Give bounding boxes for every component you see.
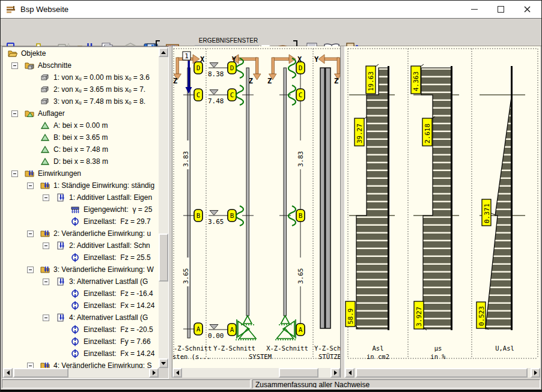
pane-splitter[interactable] — [340, 46, 345, 378]
point-load-icon — [70, 253, 80, 262]
collapse-toggle[interactable] — [11, 62, 18, 69]
tree-item-label: Einwirkungen — [38, 169, 81, 178]
tree-item[interactable]: Einzellast: Fz = -20.5 — [3, 324, 159, 336]
tree-item[interactable]: 3: Alternativer Lastfall (G — [3, 276, 159, 288]
tree-item[interactable]: 1: Ständige Einwirkung: ständig — [3, 179, 159, 191]
tree-scroll-left-button[interactable] — [3, 368, 13, 378]
results-pane[interactable]: 19.63 39.27 58.9 Asl in cm2 — [345, 46, 540, 378]
tree-item-label: Einzellast: Fz = -20.5 — [84, 325, 153, 334]
tree-item[interactable]: Einzellast: Fx = 14.24 — [3, 348, 159, 360]
section-icon — [40, 85, 50, 94]
dim-label: 3.65 — [297, 268, 305, 285]
system-diagram-canvas: X Z 1 D C — [172, 46, 341, 368]
tree-item[interactable]: 2: von xᵤ = 3.65 m bis xₒ = 7. — [3, 83, 159, 95]
results-pane-hscrollbar[interactable] — [345, 368, 540, 378]
chart-uasl: 0.371 0.523 U,Asl — [477, 66, 525, 352]
tree-item[interactable]: Einzellast: Fz = 25.5 — [3, 252, 159, 264]
scroll-right-button[interactable] — [531, 368, 540, 378]
hscroll-thumb[interactable] — [279, 368, 318, 378]
value-label: 39.27 — [356, 124, 364, 143]
tree-item[interactable]: D: bei x = 8.38 m — [3, 155, 159, 167]
tree-item[interactable]: 4: Veränderliche Einwirkung: S — [3, 360, 159, 368]
folder-support-icon — [25, 109, 34, 118]
close-button[interactable] — [514, 1, 540, 18]
support-coord: 8.38 — [208, 70, 224, 78]
scroll-left-button[interactable] — [345, 368, 355, 378]
chart-mus: 4.363 2.618 3.927 μs in % — [411, 64, 459, 360]
tree-item[interactable]: A: bei x = 0.00 m — [3, 119, 159, 131]
window-frame-bottom — [1, 390, 542, 392]
panel-lasten: X Z 1 D C — [172, 52, 212, 360]
scroll-right-icon — [534, 370, 537, 375]
tree-item[interactable]: 1: von xᵤ = 0.00 m bis xₒ = 3.6 — [3, 71, 159, 83]
system-diagram-pane[interactable]: X Z 1 D C — [172, 46, 340, 378]
tree-item-label: Einzellast: Fx = 14.24 — [84, 349, 154, 358]
collapse-toggle[interactable] — [27, 231, 34, 237]
collapse-toggle[interactable] — [11, 170, 18, 177]
system-pane-hscrollbar[interactable] — [172, 368, 340, 378]
base-support-xz — [275, 316, 297, 340]
tree-item[interactable]: Einzellast: Fz = 29.7 — [3, 216, 159, 228]
scroll-left-button[interactable] — [172, 368, 182, 378]
tree-hscroll-thumb[interactable] — [13, 368, 69, 378]
tree-item[interactable]: Einzellast: Fy = 7.66 — [3, 336, 159, 348]
scroll-up-icon — [161, 51, 166, 54]
tree-item[interactable]: Eigengewicht: γ = 25 — [3, 204, 159, 216]
tree-item[interactable]: 2: Veränderliche Einwirkung: u — [3, 228, 159, 240]
tree-item[interactable]: 1: Additiver Lastfall: Eigen — [3, 191, 159, 204]
minimize-button[interactable] — [461, 1, 487, 18]
chart-asl: 19.63 39.27 58.9 Asl in cm2 — [346, 64, 395, 360]
collapse-toggle[interactable] — [43, 194, 49, 201]
folder-open-icon — [8, 49, 17, 58]
panel-caption: Y-Z-Schn — [314, 345, 341, 352]
value-label: 19.63 — [367, 71, 375, 91]
tree-item-label: 4: Veränderliche Einwirkung: S — [53, 361, 151, 368]
tree-scroll-up-button[interactable] — [159, 47, 168, 57]
tree-item-label: Einzellast: Fz = 29.7 — [84, 217, 151, 226]
tree-item[interactable]: Einzellast: Fz = -16.4 — [3, 288, 159, 300]
spring-icons — [236, 58, 296, 226]
node-labels: D C B A — [194, 62, 202, 335]
load-arrow-head — [186, 87, 192, 94]
dim-label: 3.65 — [182, 268, 190, 285]
tree-item[interactable]: B: bei x = 3.65 m — [3, 131, 159, 143]
collapse-toggle[interactable] — [27, 182, 34, 189]
tree-scroll-right-button[interactable] — [149, 368, 159, 378]
collapse-toggle[interactable] — [43, 315, 49, 321]
hscroll-thumb[interactable] — [356, 368, 528, 378]
tree-item[interactable]: C: bei x = 7.48 m — [3, 143, 159, 155]
scroll-right-button[interactable] — [330, 368, 340, 378]
tree-item[interactable]: Auflager — [3, 107, 159, 119]
tree-item[interactable]: Einzellast: Fx = 14.24 — [3, 300, 159, 312]
tree-item[interactable]: Abschnitte — [3, 59, 159, 71]
maximize-button[interactable] — [487, 1, 514, 18]
tree-item[interactable]: Einwirkungen — [3, 167, 159, 179]
tree-item-label: Auflager — [38, 109, 65, 118]
tree-item[interactable]: 3: Veränderliche Einwirkung: W — [3, 264, 159, 276]
tree-item-label: Einzellast: Fz = 25.5 — [84, 253, 151, 262]
svg-text:A: A — [230, 326, 234, 334]
collapse-toggle[interactable] — [43, 279, 49, 285]
tree-item-label: 3: von xᵤ = 7.48 m bis xₒ = 8. — [53, 97, 145, 106]
collapse-toggle[interactable] — [11, 110, 18, 117]
collapse-toggle[interactable] — [27, 363, 34, 368]
folder-load-icon — [40, 361, 50, 368]
folder-load-icon — [40, 265, 50, 274]
tree-vertical-scrollbar[interactable] — [159, 47, 168, 368]
tree-item[interactable]: 2: Additiver Lastfall: Schn — [3, 240, 159, 252]
toolbar: neu § DIN ERGEBNISFENSTER Zusammenfass — [1, 19, 541, 46]
tree-view[interactable]: ObjekteAbschnitte1: von xᵤ = 0.00 m bis … — [3, 47, 159, 368]
collapse-toggle[interactable] — [43, 243, 49, 249]
tree-item[interactable]: 3: von xᵤ = 7.48 m bis xₒ = 8. — [3, 95, 159, 107]
tree-vscroll-thumb[interactable] — [159, 234, 168, 282]
tree-horizontal-scrollbar[interactable] — [3, 368, 159, 378]
tree-item[interactable]: Objekte — [3, 47, 159, 59]
tree-item[interactable]: 4: Alternativer Lastfall (G — [3, 312, 159, 324]
support-icon — [40, 157, 50, 166]
chart-subcaption: in % — [430, 353, 446, 360]
collapse-toggle[interactable] — [27, 267, 34, 273]
tree-scroll-down-button[interactable] — [159, 358, 168, 368]
svg-text:B: B — [230, 212, 234, 220]
scroll-right-icon — [153, 370, 156, 375]
svg-text:C: C — [299, 91, 303, 99]
